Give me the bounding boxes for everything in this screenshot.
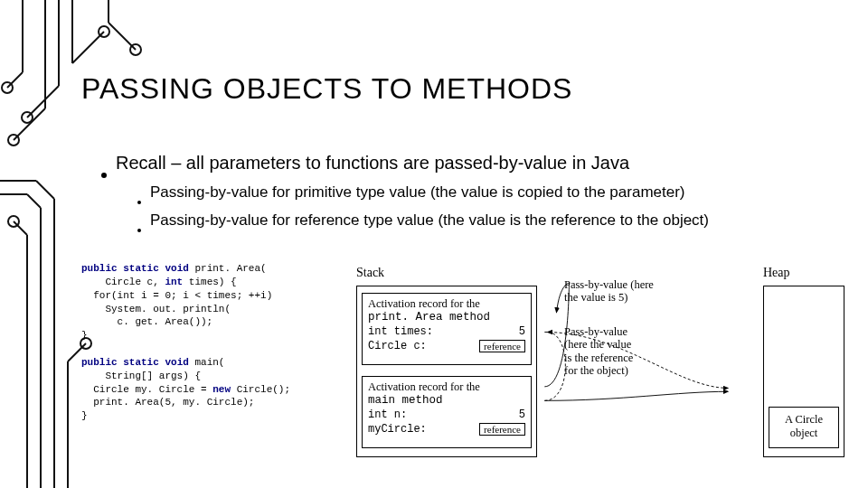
memory-diagram: Stack Heap Activation record for the pri…: [356, 262, 859, 423]
svg-line-7: [72, 32, 104, 63]
svg-line-22: [14, 221, 27, 235]
bullet-sub-2: Passing-by-value for reference type valu…: [137, 211, 850, 231]
note-pass-by-value-ref: Pass-by-value(here the valueis the refer…: [564, 325, 633, 378]
svg-line-10: [108, 23, 136, 50]
svg-point-14: [2, 82, 13, 93]
bullet-dot: [137, 201, 141, 204]
activation-record-main: Activation record for the main method in…: [362, 376, 532, 448]
bullet-sub-1-text: Passing-by-value for primitive type valu…: [150, 183, 685, 203]
svg-point-8: [99, 26, 109, 37]
code-block: public static void print. Area( Circle c…: [81, 262, 353, 423]
circle-object-box: A Circle object: [769, 407, 839, 448]
svg-line-13: [7, 72, 23, 88]
slide-title: PASSING OBJECTS TO METHODS: [81, 72, 850, 106]
times-value: 5: [519, 325, 525, 338]
svg-point-4: [8, 135, 19, 145]
reference-box: reference: [479, 423, 525, 436]
svg-line-5: [27, 86, 59, 117]
svg-point-23: [8, 216, 19, 227]
bullet-dot: [137, 229, 141, 232]
activation-record-printarea: Activation record for the print. Area me…: [362, 293, 532, 365]
svg-line-19: [27, 194, 41, 208]
svg-point-6: [22, 112, 33, 123]
reference-box: reference: [479, 340, 525, 352]
stack-label: Stack: [356, 266, 384, 280]
bullet-main: Recall – all parameters to functions are…: [101, 151, 850, 175]
bullet-sub-1: Passing-by-value for primitive type valu…: [137, 183, 850, 203]
svg-line-3: [14, 108, 45, 140]
bullet-dot: [101, 173, 107, 178]
svg-point-11: [130, 44, 141, 55]
n-value: 5: [519, 408, 525, 421]
bullet-main-text: Recall – all parameters to functions are…: [116, 151, 629, 175]
heap-label: Heap: [763, 266, 790, 280]
svg-line-16: [36, 181, 54, 199]
note-pass-by-value-5: Pass-by-value (herethe value is 5): [564, 278, 654, 305]
bullet-sub-2-text: Passing-by-value for reference type valu…: [150, 211, 709, 231]
